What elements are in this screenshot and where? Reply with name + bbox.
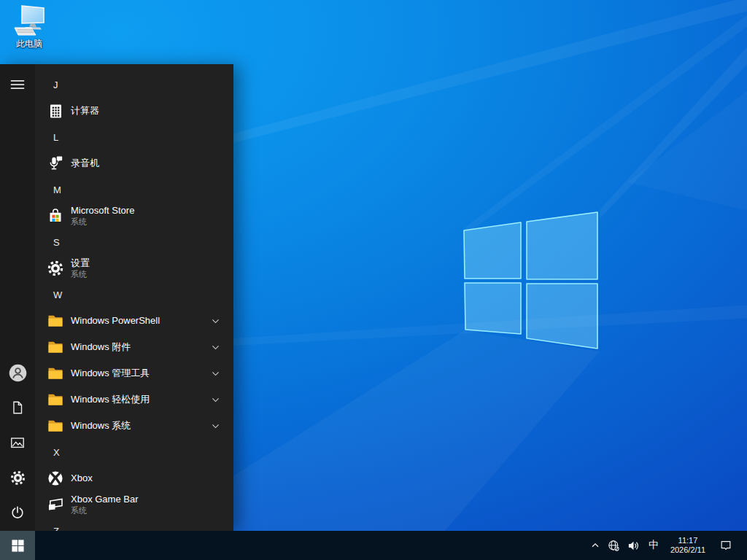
- item-labels: Windows 管理工具: [71, 368, 150, 378]
- computer-icon: [12, 4, 46, 38]
- pictures-icon: [9, 435, 26, 451]
- start-menu-item-settings[interactable]: 设置系统: [35, 255, 233, 281]
- start-menu-item-windows-accessories[interactable]: Windows 附件: [35, 334, 233, 360]
- section-letter: W: [53, 289, 62, 300]
- item-title: 设置: [71, 258, 90, 268]
- start-menu-item-xbox-game-bar[interactable]: Xbox Game Bar系统: [35, 491, 233, 518]
- windows-start-icon: [12, 540, 24, 552]
- item-title: Microsoft Store: [71, 206, 134, 216]
- chevron-up-icon: [590, 540, 600, 551]
- chevron-down-icon[interactable]: [211, 395, 220, 405]
- start-menu-item-windows-ease-of-access[interactable]: Windows 轻松使用: [35, 386, 233, 413]
- item-subtitle: 系统: [71, 269, 90, 279]
- user-icon: [8, 363, 28, 383]
- folder-icon: [47, 338, 64, 356]
- item-subtitle: 系统: [71, 505, 139, 516]
- item-title: 计算器: [71, 106, 99, 116]
- item-title: Windows PowerShell: [71, 316, 160, 326]
- start-menu-section-M[interactable]: M: [35, 176, 233, 203]
- clock-time: 11:17: [678, 536, 698, 545]
- start-menu-section-Z[interactable]: Z: [35, 518, 233, 531]
- start-menu-item-microsoft-store[interactable]: Microsoft Store系统: [35, 203, 233, 229]
- item-labels: Xbox Game Bar系统: [71, 494, 139, 516]
- desktop-icon-this-pc[interactable]: 此电脑: [4, 4, 54, 49]
- item-labels: 录音机: [71, 158, 99, 168]
- network-globe-offline-icon: [608, 540, 620, 552]
- xbox-icon: [47, 470, 64, 487]
- folder-icon: [47, 365, 64, 382]
- clock-date: 2026/2/11: [670, 545, 705, 555]
- item-labels: Windows 轻松使用: [71, 394, 150, 405]
- hamburger-icon: [9, 77, 26, 93]
- start-menu-section-X[interactable]: X: [35, 439, 233, 465]
- gamebar-icon: [47, 496, 64, 513]
- section-letter: X: [53, 447, 60, 458]
- desktop-icon-label: 此电脑: [16, 39, 42, 49]
- section-letter: L: [53, 132, 58, 143]
- item-labels: Windows 系统: [71, 421, 131, 431]
- system-tray: 中 11:17 2026/2/11: [587, 531, 747, 560]
- folder-icon: [47, 312, 64, 330]
- item-title: Xbox Game Bar: [71, 494, 139, 505]
- chevron-down-icon[interactable]: [211, 316, 220, 326]
- start-menu-section-W[interactable]: W: [35, 281, 233, 308]
- wallpaper-windows-logo: [463, 210, 600, 351]
- folder-icon: [47, 391, 64, 408]
- start-menu-section-J[interactable]: J: [35, 71, 233, 98]
- item-title: Windows 管理工具: [71, 368, 150, 378]
- item-labels: 设置系统: [71, 258, 90, 279]
- chevron-down-icon[interactable]: [211, 421, 220, 431]
- speaker-icon: [627, 540, 640, 552]
- start-menu-item-xbox[interactable]: Xbox: [35, 465, 233, 491]
- start-menu-rail: [0, 64, 35, 531]
- start-menu-item-windows-powershell[interactable]: Windows PowerShell: [35, 308, 233, 334]
- rail-button-power[interactable]: [0, 495, 35, 530]
- item-labels: Xbox: [71, 473, 93, 483]
- chevron-down-icon[interactable]: [211, 369, 220, 378]
- start-menu-section-S[interactable]: S: [35, 229, 233, 255]
- start-button[interactable]: [0, 531, 35, 560]
- network-button[interactable]: [604, 531, 624, 560]
- chevron-down-icon[interactable]: [211, 343, 220, 352]
- start-menu: J计算器L录音机MMicrosoft Store系统S设置系统WWindows …: [0, 64, 233, 531]
- volume-button[interactable]: [624, 531, 643, 560]
- item-title: Xbox: [71, 473, 93, 483]
- item-title: Windows 系统: [71, 421, 131, 431]
- item-subtitle: 系统: [71, 217, 134, 227]
- item-labels: 计算器: [71, 106, 99, 116]
- start-menu-item-calculator[interactable]: 计算器: [35, 98, 233, 124]
- item-title: Windows 附件: [71, 342, 131, 352]
- taskbar: 中 11:17 2026/2/11: [0, 531, 747, 560]
- ime-indicator[interactable]: 中: [643, 531, 664, 560]
- folder-icon: [47, 417, 64, 435]
- taskbar-clock[interactable]: 11:17 2026/2/11: [664, 531, 712, 560]
- rail-button-expand[interactable]: [0, 67, 35, 102]
- rail-button-user[interactable]: [0, 355, 35, 390]
- show-hidden-icons-button[interactable]: [587, 531, 604, 560]
- section-letter: Z: [53, 526, 59, 532]
- start-menu-section-L[interactable]: L: [35, 124, 233, 150]
- action-center-button[interactable]: [712, 531, 741, 560]
- section-letter: M: [53, 184, 61, 195]
- item-labels: Microsoft Store系统: [71, 206, 134, 227]
- item-title: Windows 轻松使用: [71, 394, 150, 405]
- rail-button-pictures[interactable]: [0, 425, 35, 460]
- section-letter: S: [53, 237, 60, 248]
- power-icon: [9, 505, 26, 521]
- item-labels: Windows 附件: [71, 342, 131, 352]
- start-menu-app-list: J计算器L录音机MMicrosoft Store系统S设置系统WWindows …: [35, 64, 233, 531]
- rail-button-documents[interactable]: [0, 390, 35, 425]
- section-letter: J: [53, 79, 58, 90]
- start-menu-item-windows-system[interactable]: Windows 系统: [35, 413, 233, 439]
- gear-icon: [9, 470, 26, 486]
- store-icon: [47, 207, 64, 225]
- start-menu-item-windows-admin-tools[interactable]: Windows 管理工具: [35, 360, 233, 386]
- item-labels: Windows PowerShell: [71, 316, 160, 326]
- rail-button-settings[interactable]: [0, 460, 35, 495]
- document-icon: [9, 400, 26, 416]
- action-center-icon: [719, 539, 732, 552]
- microphone-icon: [47, 155, 64, 172]
- gear-app-icon: [47, 260, 64, 277]
- start-menu-item-voice-recorder[interactable]: 录音机: [35, 150, 233, 176]
- calculator-icon: [47, 102, 64, 120]
